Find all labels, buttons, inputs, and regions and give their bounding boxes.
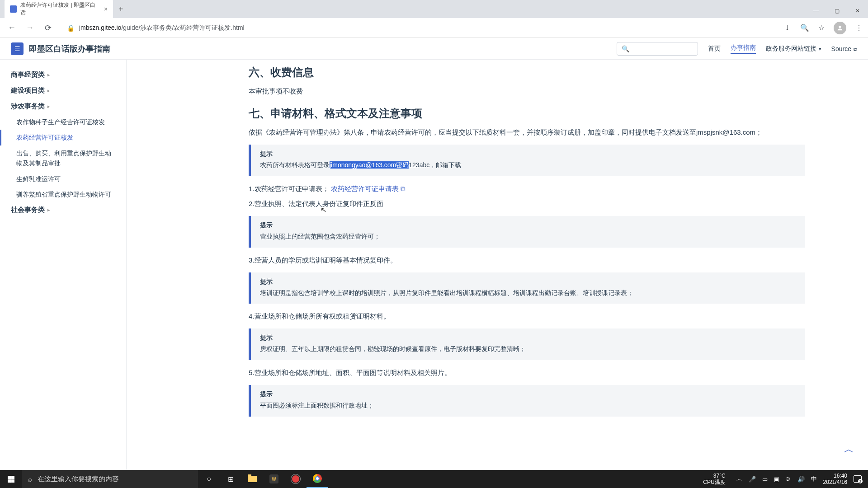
minimize-button[interactable]: — [806, 4, 826, 18]
browser-toolbar: ← → ⟳ 🔒 jmbszn.gitee.io/guide/涉农事务类/农药经营… [0, 18, 868, 38]
tip-title: 提示 [260, 221, 796, 230]
list-item: 2.营业执照、法定代表人身份证复印件正反面 [249, 197, 805, 210]
browser-tab[interactable]: 农药经营许可证核发 | 即墨区白话 × [5, 0, 113, 20]
chevron-right-icon: ▸ [47, 88, 50, 93]
sidebar-group-construction[interactable]: 建设项目类▸ [0, 83, 126, 99]
application-form-link[interactable]: 农药经营许可证申请表 ⧉ [331, 185, 406, 192]
sidebar-item[interactable]: 驯养繁殖省重点保护野生动物许可 [0, 187, 126, 202]
site-title: 即墨区白话版办事指南 [29, 43, 110, 54]
tip-box: 提示 营业执照上的经营范围包含农药经营许可； [249, 216, 805, 248]
window-controls: — ▢ ✕ [806, 4, 868, 18]
tab-title: 农药经营许可证核发 | 即墨区白话 [20, 1, 97, 17]
chevron-down-icon: ▸ [47, 104, 50, 109]
nav-source[interactable]: Source ⧉ [831, 45, 857, 52]
tip-box: 提示 平面图必须标注上面积数据和行政地址； [249, 385, 805, 417]
paragraph: 本审批事项不收费 [249, 85, 805, 97]
site-header: ☰ 即墨区白话版办事指南 🔍 首页 办事指南 政务服务网站链接 ▾ Source… [0, 38, 868, 60]
close-icon[interactable]: × [104, 5, 108, 13]
sidebar-item[interactable]: 农作物种子生产经营许可证核发 [0, 114, 126, 130]
external-link-icon: ⧉ [401, 185, 406, 192]
nav-home[interactable]: 首页 [708, 45, 721, 53]
close-window-button[interactable]: ✕ [847, 4, 868, 18]
site-logo-icon[interactable]: ☰ [11, 42, 24, 55]
search-input[interactable]: 🔍 [617, 42, 698, 56]
lock-icon: 🔒 [67, 24, 75, 32]
chevron-right-icon: ▸ [47, 207, 50, 212]
forward-button[interactable]: → [24, 23, 36, 33]
sidebar: 商事经贸类▸ 建设项目类▸ 涉农事务类▸ 农作物种子生产经营许可证核发 农药经营… [0, 60, 127, 470]
tip-title: 提示 [260, 150, 796, 158]
sidebar-group-agriculture[interactable]: 涉农事务类▸ [0, 99, 126, 114]
zoom-icon[interactable]: 🔍 [800, 23, 809, 32]
address-bar[interactable]: 🔒 jmbszn.gitee.io/guide/涉农事务类/农药经营许可证核发.… [60, 21, 778, 35]
tip-box: 提示 培训证明是指包含培训学校上课时的培训照片，从照片复印件里能看出培训课程横幅… [249, 272, 805, 304]
heading-7: 七、申请材料、格式文本及注意事项 [249, 106, 805, 121]
nav-gov-links[interactable]: 政务服务网站链接 ▾ [766, 45, 821, 53]
chevron-down-icon: ▾ [817, 46, 821, 52]
tip-title: 提示 [260, 390, 796, 399]
list-item: 4.营业场所和仓储场所所有权或租赁证明材料。 [249, 310, 805, 322]
tip-content: 平面图必须标注上面积数据和行政地址； [260, 400, 796, 411]
tip-title: 提示 [260, 278, 796, 286]
chevron-right-icon: ▸ [47, 72, 50, 77]
menu-icon[interactable]: ⋮ [855, 23, 863, 32]
new-tab-button[interactable]: + [113, 5, 129, 14]
tip-box: 提示 农药所有材料表格可登录jimonongyao@163.com密码123ab… [249, 145, 805, 176]
list-item: 5.营业场所和仓储场所地址、面积、平面图等说明材料及相关照片。 [249, 366, 805, 379]
profile-avatar[interactable] [834, 22, 846, 34]
sidebar-item[interactable]: 出售、购买、利用重点保护野生动物及其制品审批 [0, 145, 126, 171]
url-host: jmbszn.gitee.io [79, 24, 121, 31]
tip-title: 提示 [260, 334, 796, 342]
list-item: 3.经营人员的学历或培训证明等基本情况复印件。 [249, 254, 805, 266]
bookmark-icon[interactable]: ☆ [818, 23, 825, 32]
sidebar-group-social[interactable]: 社会事务类▸ [0, 202, 126, 218]
paragraph: 依据《农药经营许可管理办法》第八条，申请农药经营许可的，应当提交以下纸质材料一套… [249, 126, 805, 138]
reload-button[interactable]: ⟳ [42, 23, 54, 33]
browser-tab-strip: 农药经营许可证核发 | 即墨区白话 × + — ▢ ✕ [0, 0, 868, 18]
url-path: /guide/涉农事务类/农药经营许可证核发.html [121, 24, 244, 31]
sidebar-item[interactable]: 生鲜乳准运许可 [0, 171, 126, 187]
tip-content: 培训证明是指包含培训学校上课时的培训照片，从照片复印件里能看出培训课程横幅标题、… [260, 288, 796, 299]
nav-guide[interactable]: 办事指南 [731, 44, 756, 54]
back-button[interactable]: ← [5, 23, 18, 33]
tip-box: 提示 房权证明、五年以上期限的租赁合同，勘验现场的时候查看原件，电子版材料要复印… [249, 328, 805, 360]
tip-content: 营业执照上的经营范围包含农药经营许可； [260, 231, 796, 242]
selected-text: jimonongyao@163.com密码 [330, 161, 409, 169]
sidebar-group-commerce[interactable]: 商事经贸类▸ [0, 67, 126, 83]
main-content: 六、收费信息 本审批事项不收费 七、申请材料、格式文本及注意事项 依据《农药经营… [127, 60, 868, 470]
heading-6: 六、收费信息 [249, 65, 805, 80]
favicon-icon [10, 5, 17, 13]
list-item: 1.农药经营许可证申请表； 农药经营许可证申请表 ⧉ [249, 183, 805, 195]
search-icon: 🔍 [622, 45, 629, 52]
sidebar-item-active[interactable]: 农药经营许可证核发 [0, 130, 126, 145]
external-link-icon: ⧉ [852, 47, 857, 52]
tip-content: 农药所有材料表格可登录jimonongyao@163.com密码123abc，邮… [260, 160, 796, 171]
scroll-top-button[interactable]: ︿ [844, 442, 854, 456]
maximize-button[interactable]: ▢ [826, 4, 847, 18]
svg-point-0 [839, 25, 841, 28]
tip-content: 房权证明、五年以上期限的租赁合同，勘验现场的时候查看原件，电子版材料要复印完整清… [260, 344, 796, 355]
download-icon[interactable]: ⭳ [784, 24, 791, 32]
